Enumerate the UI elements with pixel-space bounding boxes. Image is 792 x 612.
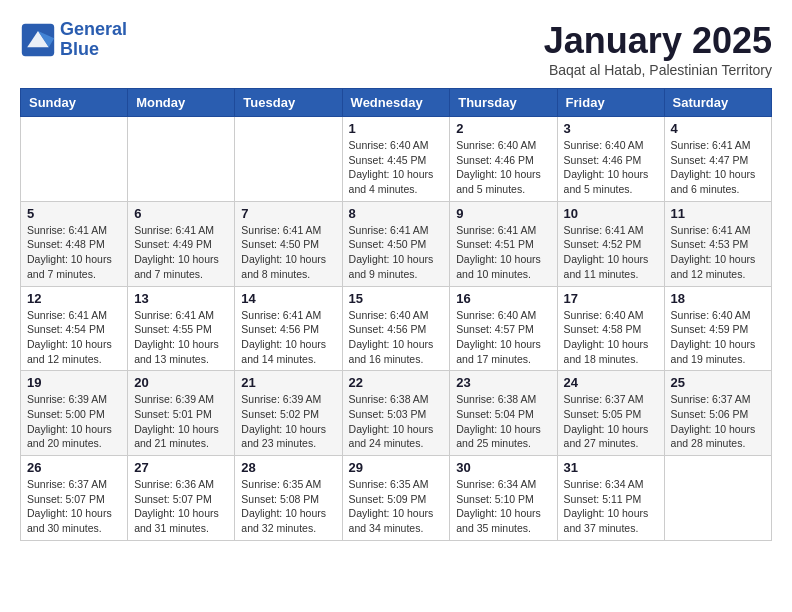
weekday-header-row: SundayMondayTuesdayWednesdayThursdayFrid… [21,89,772,117]
day-number: 13 [134,291,228,306]
day-number: 9 [456,206,550,221]
day-info: Sunrise: 6:40 AM Sunset: 4:56 PM Dayligh… [349,308,444,367]
day-number: 25 [671,375,765,390]
day-info: Sunrise: 6:41 AM Sunset: 4:47 PM Dayligh… [671,138,765,197]
day-info: Sunrise: 6:34 AM Sunset: 5:11 PM Dayligh… [564,477,658,536]
day-info: Sunrise: 6:37 AM Sunset: 5:07 PM Dayligh… [27,477,121,536]
weekday-header-wednesday: Wednesday [342,89,450,117]
week-row-2: 5Sunrise: 6:41 AM Sunset: 4:48 PM Daylig… [21,201,772,286]
day-cell: 20Sunrise: 6:39 AM Sunset: 5:01 PM Dayli… [128,371,235,456]
day-cell: 29Sunrise: 6:35 AM Sunset: 5:09 PM Dayli… [342,456,450,541]
day-number: 12 [27,291,121,306]
day-info: Sunrise: 6:41 AM Sunset: 4:49 PM Dayligh… [134,223,228,282]
day-number: 3 [564,121,658,136]
day-number: 2 [456,121,550,136]
day-number: 29 [349,460,444,475]
day-info: Sunrise: 6:40 AM Sunset: 4:46 PM Dayligh… [564,138,658,197]
day-cell: 14Sunrise: 6:41 AM Sunset: 4:56 PM Dayli… [235,286,342,371]
day-number: 1 [349,121,444,136]
day-cell: 1Sunrise: 6:40 AM Sunset: 4:45 PM Daylig… [342,117,450,202]
day-info: Sunrise: 6:41 AM Sunset: 4:55 PM Dayligh… [134,308,228,367]
day-info: Sunrise: 6:41 AM Sunset: 4:52 PM Dayligh… [564,223,658,282]
title-block: January 2025 Baqat al Hatab, Palestinian… [544,20,772,78]
day-info: Sunrise: 6:37 AM Sunset: 5:05 PM Dayligh… [564,392,658,451]
day-info: Sunrise: 6:38 AM Sunset: 5:04 PM Dayligh… [456,392,550,451]
weekday-header-saturday: Saturday [664,89,771,117]
day-info: Sunrise: 6:40 AM Sunset: 4:57 PM Dayligh… [456,308,550,367]
day-info: Sunrise: 6:41 AM Sunset: 4:50 PM Dayligh… [349,223,444,282]
day-cell: 18Sunrise: 6:40 AM Sunset: 4:59 PM Dayli… [664,286,771,371]
day-info: Sunrise: 6:39 AM Sunset: 5:00 PM Dayligh… [27,392,121,451]
day-cell: 2Sunrise: 6:40 AM Sunset: 4:46 PM Daylig… [450,117,557,202]
day-info: Sunrise: 6:41 AM Sunset: 4:56 PM Dayligh… [241,308,335,367]
location: Baqat al Hatab, Palestinian Territory [544,62,772,78]
day-cell: 8Sunrise: 6:41 AM Sunset: 4:50 PM Daylig… [342,201,450,286]
logo-line1: General [60,19,127,39]
weekday-header-thursday: Thursday [450,89,557,117]
day-cell: 31Sunrise: 6:34 AM Sunset: 5:11 PM Dayli… [557,456,664,541]
day-number: 24 [564,375,658,390]
day-number: 8 [349,206,444,221]
day-number: 30 [456,460,550,475]
day-info: Sunrise: 6:41 AM Sunset: 4:54 PM Dayligh… [27,308,121,367]
day-cell: 9Sunrise: 6:41 AM Sunset: 4:51 PM Daylig… [450,201,557,286]
logo-icon [20,22,56,58]
day-info: Sunrise: 6:41 AM Sunset: 4:50 PM Dayligh… [241,223,335,282]
day-number: 27 [134,460,228,475]
day-info: Sunrise: 6:40 AM Sunset: 4:45 PM Dayligh… [349,138,444,197]
day-cell: 28Sunrise: 6:35 AM Sunset: 5:08 PM Dayli… [235,456,342,541]
day-cell: 6Sunrise: 6:41 AM Sunset: 4:49 PM Daylig… [128,201,235,286]
day-cell: 22Sunrise: 6:38 AM Sunset: 5:03 PM Dayli… [342,371,450,456]
day-info: Sunrise: 6:41 AM Sunset: 4:51 PM Dayligh… [456,223,550,282]
day-info: Sunrise: 6:36 AM Sunset: 5:07 PM Dayligh… [134,477,228,536]
day-number: 5 [27,206,121,221]
day-number: 19 [27,375,121,390]
day-info: Sunrise: 6:35 AM Sunset: 5:09 PM Dayligh… [349,477,444,536]
day-info: Sunrise: 6:41 AM Sunset: 4:48 PM Dayligh… [27,223,121,282]
logo-line2: Blue [60,39,99,59]
day-cell: 19Sunrise: 6:39 AM Sunset: 5:00 PM Dayli… [21,371,128,456]
week-row-5: 26Sunrise: 6:37 AM Sunset: 5:07 PM Dayli… [21,456,772,541]
day-number: 23 [456,375,550,390]
day-number: 10 [564,206,658,221]
day-number: 4 [671,121,765,136]
day-cell: 12Sunrise: 6:41 AM Sunset: 4:54 PM Dayli… [21,286,128,371]
weekday-header-tuesday: Tuesday [235,89,342,117]
week-row-1: 1Sunrise: 6:40 AM Sunset: 4:45 PM Daylig… [21,117,772,202]
day-number: 18 [671,291,765,306]
day-cell [21,117,128,202]
logo-text: General Blue [60,20,127,60]
day-cell: 26Sunrise: 6:37 AM Sunset: 5:07 PM Dayli… [21,456,128,541]
day-info: Sunrise: 6:41 AM Sunset: 4:53 PM Dayligh… [671,223,765,282]
day-cell: 13Sunrise: 6:41 AM Sunset: 4:55 PM Dayli… [128,286,235,371]
month-title: January 2025 [544,20,772,62]
day-info: Sunrise: 6:39 AM Sunset: 5:02 PM Dayligh… [241,392,335,451]
day-cell: 3Sunrise: 6:40 AM Sunset: 4:46 PM Daylig… [557,117,664,202]
day-cell: 15Sunrise: 6:40 AM Sunset: 4:56 PM Dayli… [342,286,450,371]
day-number: 20 [134,375,228,390]
day-cell: 23Sunrise: 6:38 AM Sunset: 5:04 PM Dayli… [450,371,557,456]
day-info: Sunrise: 6:38 AM Sunset: 5:03 PM Dayligh… [349,392,444,451]
day-number: 17 [564,291,658,306]
day-cell: 17Sunrise: 6:40 AM Sunset: 4:58 PM Dayli… [557,286,664,371]
day-cell: 5Sunrise: 6:41 AM Sunset: 4:48 PM Daylig… [21,201,128,286]
day-number: 16 [456,291,550,306]
day-number: 22 [349,375,444,390]
day-number: 6 [134,206,228,221]
day-cell [235,117,342,202]
day-cell: 30Sunrise: 6:34 AM Sunset: 5:10 PM Dayli… [450,456,557,541]
day-cell: 10Sunrise: 6:41 AM Sunset: 4:52 PM Dayli… [557,201,664,286]
day-number: 14 [241,291,335,306]
day-number: 7 [241,206,335,221]
day-info: Sunrise: 6:40 AM Sunset: 4:46 PM Dayligh… [456,138,550,197]
day-info: Sunrise: 6:39 AM Sunset: 5:01 PM Dayligh… [134,392,228,451]
day-cell: 16Sunrise: 6:40 AM Sunset: 4:57 PM Dayli… [450,286,557,371]
day-number: 21 [241,375,335,390]
day-cell [128,117,235,202]
day-number: 26 [27,460,121,475]
day-number: 28 [241,460,335,475]
day-number: 31 [564,460,658,475]
weekday-header-sunday: Sunday [21,89,128,117]
page-header: General Blue January 2025 Baqat al Hatab… [20,20,772,78]
day-info: Sunrise: 6:40 AM Sunset: 4:59 PM Dayligh… [671,308,765,367]
